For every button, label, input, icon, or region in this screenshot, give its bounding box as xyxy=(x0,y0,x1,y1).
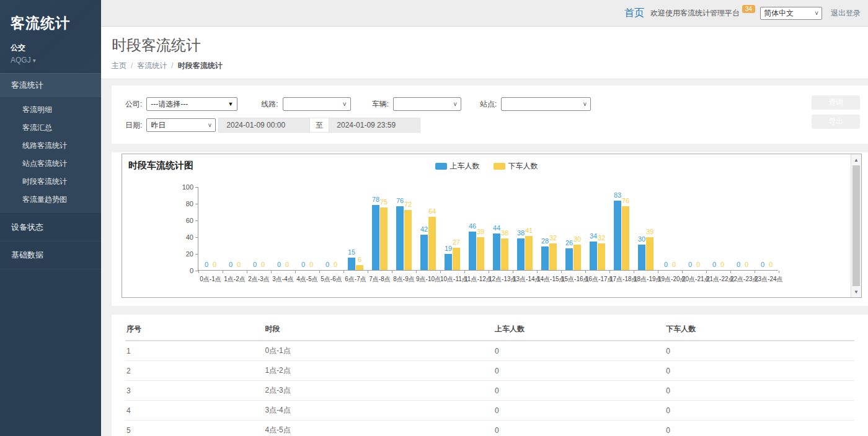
table-cell: 5 xyxy=(125,421,264,436)
user-dropdown[interactable]: AQGJ▾ xyxy=(11,56,101,64)
end-datetime-input[interactable]: 2024-01-09 23:59 xyxy=(329,118,420,133)
bar-value-label: 27 xyxy=(453,238,460,246)
date-preset-select[interactable]: 昨日 ˅ xyxy=(146,118,216,132)
bar-value-label: 78 xyxy=(372,196,379,203)
scrollbar-thumb[interactable] xyxy=(852,165,860,286)
language-select-value: 简体中文 xyxy=(764,8,794,19)
chart-bar xyxy=(348,258,355,270)
sidebar-section[interactable]: 设备状态 xyxy=(0,214,101,242)
query-button[interactable]: 查询 xyxy=(812,95,860,110)
breadcrumb-item[interactable]: 主页 xyxy=(112,61,126,70)
page-header: 时段客流统计 主页/客流统计/时段客流统计 xyxy=(101,27,868,79)
sidebar-item[interactable]: 客流量趋势图 xyxy=(0,191,101,209)
bar-value-label: 39 xyxy=(646,228,653,235)
legend-item[interactable]: 上车人数 xyxy=(435,161,480,172)
sidebar-item[interactable]: 客流汇总 xyxy=(0,119,101,137)
breadcrumb-item[interactable]: 客流统计 xyxy=(137,61,167,70)
sidebar-section-passenger-stats[interactable]: 客流统计 xyxy=(0,73,101,98)
date-preset-value: 昨日 xyxy=(151,120,166,131)
breadcrumb: 主页/客流统计/时段客流统计 xyxy=(112,61,868,71)
chart-bar xyxy=(469,232,476,270)
filter-row-1: 公司: ---请选择--- ▼ 线路: ˅ 车辆: ˅ 站点: xyxy=(125,97,800,111)
x-axis-category-label: 22点-23点 xyxy=(730,275,755,284)
sidebar-item[interactable]: 客流明细 xyxy=(0,101,101,119)
bar-value-label: 0 xyxy=(672,261,676,268)
y-axis-tick-label: 100 xyxy=(170,183,193,191)
table-cell: 0 xyxy=(494,361,665,381)
legend-label: 上车人数 xyxy=(450,161,480,172)
y-axis-tick xyxy=(195,254,198,255)
sidebar-item[interactable]: 站点客流统计 xyxy=(0,155,101,173)
x-axis-category-label: 21点-22点 xyxy=(706,275,730,284)
table-row: 10点-1点00 xyxy=(125,341,854,361)
x-axis-tick xyxy=(271,271,272,273)
legend-item[interactable]: 下车人数 xyxy=(494,161,538,172)
y-axis-tick xyxy=(195,204,198,204)
x-axis-category-label: 6点-7点 xyxy=(343,275,368,284)
bar-value-label: 41 xyxy=(525,227,533,234)
bar-value-label: 0 xyxy=(205,261,208,268)
x-axis-tick xyxy=(730,271,731,273)
filter-row-2: 日期: 昨日 ˅ 2024-01-09 00:00 至 2024-01-09 2… xyxy=(125,118,800,133)
bar-value-label: 0 xyxy=(309,261,313,268)
bar-value-label: 46 xyxy=(469,222,476,230)
x-axis-tick xyxy=(392,271,392,273)
x-axis-tick xyxy=(537,271,538,273)
x-axis-category-label: 19点-20点 xyxy=(658,275,682,284)
chart-bar xyxy=(598,243,605,270)
export-button[interactable]: 导出 xyxy=(812,115,860,129)
home-link[interactable]: 首页 xyxy=(624,7,644,20)
chart-bar xyxy=(525,236,533,270)
y-axis-tick-label: 60 xyxy=(170,217,193,224)
x-axis-category-label: 17点-18点 xyxy=(609,275,634,284)
company-select[interactable]: ---请选择--- ▼ xyxy=(146,97,237,111)
chevron-down-icon: ˅ xyxy=(815,10,818,17)
station-select[interactable]: ˅ xyxy=(501,97,591,111)
sidebar-menu: 客流统计 客流明细客流汇总线路客流统计站点客流统计时段客流统计客流量趋势图 设备… xyxy=(0,73,101,269)
x-axis-category-label: 16点-17点 xyxy=(585,275,609,284)
range-to-label: 至 xyxy=(310,118,329,133)
x-axis-tick xyxy=(585,271,586,273)
chart-bar xyxy=(590,242,597,270)
chart-legend: 上车人数下车人数 xyxy=(122,161,851,172)
x-axis-tick xyxy=(682,271,683,273)
chart-bar xyxy=(428,217,436,270)
y-axis-tick-label: 20 xyxy=(170,250,193,258)
bar-value-label: 39 xyxy=(477,228,484,235)
scroll-down-icon[interactable]: ▼ xyxy=(851,287,861,297)
sidebar-item[interactable]: 时段客流统计 xyxy=(0,173,101,191)
x-axis-category-label: 10点-11点 xyxy=(440,275,464,284)
sidebar: 客流统计 公交 AQGJ▾ 客流统计 客流明细客流汇总线路客流统计站点客流统计时… xyxy=(0,0,101,436)
breadcrumb-separator: / xyxy=(131,61,133,70)
x-axis-category-label: 20点-21点 xyxy=(682,275,706,284)
start-datetime-input[interactable]: 2024-01-09 00:00 xyxy=(218,118,310,133)
bar-value-label: 0 xyxy=(688,261,692,268)
bar-value-label: 76 xyxy=(622,197,629,204)
x-axis-tick xyxy=(198,271,199,273)
chart-bar xyxy=(549,243,557,270)
sidebar-item[interactable]: 线路客流统计 xyxy=(0,137,101,155)
scroll-up-icon[interactable]: ▲ xyxy=(851,155,861,165)
x-axis-category-label: 1点-2点 xyxy=(223,275,247,284)
date-label: 日期: xyxy=(125,120,142,131)
bar-value-label: 30 xyxy=(638,235,645,243)
bar-value-label: 34 xyxy=(590,232,597,240)
caret-down-icon: ▾ xyxy=(33,57,36,64)
x-axis-tick xyxy=(513,271,513,273)
bar-value-label: 19 xyxy=(445,245,452,252)
legend-swatch xyxy=(494,163,505,170)
line-select[interactable]: ˅ xyxy=(283,97,351,111)
x-axis-tick xyxy=(223,271,223,273)
vehicle-select[interactable]: ˅ xyxy=(393,97,461,111)
sidebar-section[interactable]: 基础数据 xyxy=(0,242,101,269)
vehicle-label: 车辆: xyxy=(372,99,389,110)
language-select[interactable]: 简体中文 ˅ xyxy=(760,7,822,20)
chart-bar xyxy=(541,246,549,270)
legend-label: 下车人数 xyxy=(508,161,538,172)
y-axis-tick xyxy=(195,220,198,221)
bar-value-label: 15 xyxy=(348,248,355,256)
bar-value-label: 0 xyxy=(301,261,305,268)
x-axis-category-label: 7点-8点 xyxy=(368,275,392,284)
chart-bar xyxy=(646,237,653,270)
logout-link[interactable]: 退出登录 xyxy=(831,8,861,19)
